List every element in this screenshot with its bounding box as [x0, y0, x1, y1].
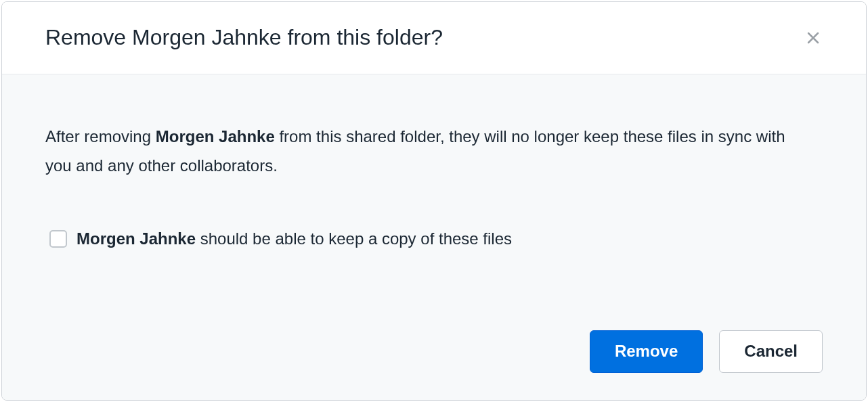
keep-copy-checkbox[interactable]: [49, 230, 67, 248]
description-user-name: Morgen Jahnke: [156, 127, 275, 146]
checkbox-suffix: should be able to keep a copy of these f…: [196, 229, 512, 248]
dialog-footer: Remove Cancel: [45, 303, 823, 373]
dialog-description: After removing Morgen Jahnke from this s…: [45, 122, 790, 180]
close-icon: [805, 30, 821, 46]
keep-copy-option[interactable]: Morgen Jahnke should be able to keep a c…: [45, 227, 823, 250]
description-prefix: After removing: [45, 127, 156, 146]
dialog-title: Remove Morgen Jahnke from this folder?: [45, 24, 443, 52]
checkbox-label: Morgen Jahnke should be able to keep a c…: [77, 227, 512, 250]
dialog-header: Remove Morgen Jahnke from this folder?: [2, 2, 866, 74]
checkbox-user-name: Morgen Jahnke: [77, 229, 196, 248]
dialog-body: After removing Morgen Jahnke from this s…: [2, 74, 866, 400]
remove-collaborator-dialog: Remove Morgen Jahnke from this folder? A…: [1, 1, 867, 401]
cancel-button[interactable]: Cancel: [719, 330, 823, 373]
remove-button[interactable]: Remove: [590, 330, 703, 373]
close-button[interactable]: [801, 26, 825, 50]
